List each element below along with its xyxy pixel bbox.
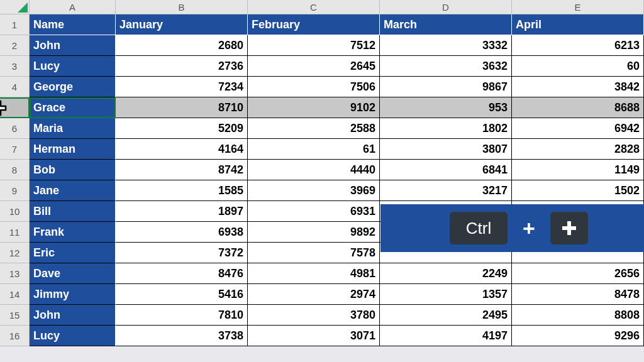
- value-cell[interactable]: 9102: [248, 97, 380, 118]
- value-cell[interactable]: 7234: [116, 77, 248, 97]
- value-cell[interactable]: 8476: [116, 263, 248, 284]
- value-cell[interactable]: 4440: [248, 160, 380, 180]
- value-cell[interactable]: 3842: [512, 77, 644, 97]
- value-cell[interactable]: 2736: [116, 56, 248, 77]
- header-january[interactable]: January: [116, 14, 248, 35]
- select-all-corner[interactable]: [0, 0, 30, 14]
- value-cell[interactable]: 2495: [380, 305, 512, 326]
- value-cell[interactable]: 4197: [380, 326, 512, 346]
- spreadsheet-grid[interactable]: A B C D E 1 Name January February March …: [0, 0, 644, 346]
- value-cell[interactable]: 2249: [380, 263, 512, 284]
- value-cell[interactable]: 6931: [248, 201, 380, 222]
- row-header[interactable]: 2: [0, 35, 30, 56]
- value-cell[interactable]: 3780: [248, 305, 380, 326]
- value-cell[interactable]: 1149: [512, 160, 644, 180]
- row-header[interactable]: 16: [0, 326, 30, 346]
- value-cell[interactable]: 61: [248, 139, 380, 160]
- name-cell[interactable]: Dave: [30, 263, 116, 284]
- value-cell[interactable]: 1502: [512, 180, 644, 201]
- value-cell[interactable]: 60: [512, 56, 644, 77]
- value-cell[interactable]: 5416: [116, 284, 248, 305]
- header-name[interactable]: Name: [30, 14, 116, 35]
- column-header-A[interactable]: A: [30, 0, 116, 14]
- name-cell[interactable]: Lucy: [30, 326, 116, 346]
- column-header-D[interactable]: D: [380, 0, 512, 14]
- row-header-1[interactable]: 1: [0, 14, 30, 35]
- row-header[interactable]: 15: [0, 305, 30, 326]
- value-cell[interactable]: 953: [380, 97, 512, 118]
- column-header-E[interactable]: E: [512, 0, 644, 14]
- row-header[interactable]: 14: [0, 284, 30, 305]
- value-cell[interactable]: 6213: [512, 35, 644, 56]
- value-cell[interactable]: 6938: [116, 222, 248, 243]
- row-header[interactable]: 13: [0, 263, 30, 284]
- value-cell[interactable]: 7506: [248, 77, 380, 97]
- value-cell[interactable]: 8688: [512, 97, 644, 118]
- name-cell[interactable]: Jane: [30, 180, 116, 201]
- value-cell[interactable]: 1897: [116, 201, 248, 222]
- name-cell[interactable]: Maria: [30, 118, 116, 139]
- value-cell[interactable]: 4164: [116, 139, 248, 160]
- value-cell[interactable]: 3217: [380, 180, 512, 201]
- name-cell[interactable]: Bill: [30, 201, 116, 222]
- value-cell[interactable]: 9867: [380, 77, 512, 97]
- value-cell[interactable]: 6841: [380, 160, 512, 180]
- value-cell[interactable]: 1585: [116, 180, 248, 201]
- svg-rect-5: [562, 226, 576, 230]
- value-cell[interactable]: 2680: [116, 35, 248, 56]
- value-cell[interactable]: 3332: [380, 35, 512, 56]
- value-cell[interactable]: 2656: [512, 263, 644, 284]
- value-cell[interactable]: 4981: [248, 263, 380, 284]
- value-cell[interactable]: 3738: [116, 326, 248, 346]
- value-cell[interactable]: 2974: [248, 284, 380, 305]
- value-cell[interactable]: 3807: [380, 139, 512, 160]
- row-header[interactable]: 7: [0, 139, 30, 160]
- row-header[interactable]: 10: [0, 201, 30, 222]
- name-cell[interactable]: Jimmy: [30, 284, 116, 305]
- row-header[interactable]: 8: [0, 160, 30, 180]
- name-cell[interactable]: George: [30, 77, 116, 97]
- value-cell[interactable]: 9892: [248, 222, 380, 243]
- value-cell[interactable]: 3071: [248, 326, 380, 346]
- value-cell[interactable]: 5209: [116, 118, 248, 139]
- row-header[interactable]: 6: [0, 118, 30, 139]
- column-header-C[interactable]: C: [248, 0, 380, 14]
- name-cell[interactable]: Grace: [30, 97, 116, 118]
- row-header[interactable]: 4: [0, 77, 30, 97]
- row-header[interactable]: 11: [0, 222, 30, 243]
- value-cell[interactable]: 1357: [380, 284, 512, 305]
- value-cell[interactable]: 8710: [116, 97, 248, 118]
- header-february[interactable]: February: [248, 14, 380, 35]
- value-cell[interactable]: 6942: [512, 118, 644, 139]
- name-cell[interactable]: John: [30, 35, 116, 56]
- value-cell[interactable]: 1802: [380, 118, 512, 139]
- value-cell[interactable]: 2828: [512, 139, 644, 160]
- row-header[interactable]: 9: [0, 180, 30, 201]
- value-cell[interactable]: 8808: [512, 305, 644, 326]
- value-cell[interactable]: 2588: [248, 118, 380, 139]
- value-cell[interactable]: 7810: [116, 305, 248, 326]
- value-cell[interactable]: 7578: [248, 243, 380, 263]
- value-cell[interactable]: 8742: [116, 160, 248, 180]
- row-header[interactable]: 3: [0, 56, 30, 77]
- data-row: 9Jane1585396932171502: [0, 180, 644, 201]
- name-cell[interactable]: Frank: [30, 222, 116, 243]
- name-cell[interactable]: Herman: [30, 139, 116, 160]
- value-cell[interactable]: 3969: [248, 180, 380, 201]
- value-cell[interactable]: 7372: [116, 243, 248, 263]
- header-april[interactable]: April: [512, 14, 644, 35]
- name-cell[interactable]: Lucy: [30, 56, 116, 77]
- name-cell[interactable]: Bob: [30, 160, 116, 180]
- column-header-B[interactable]: B: [116, 0, 248, 14]
- name-cell[interactable]: Eric: [30, 243, 116, 263]
- row-header[interactable]: [0, 97, 30, 118]
- name-cell[interactable]: John: [30, 305, 116, 326]
- data-row: 14Jimmy5416297413578478: [0, 284, 644, 305]
- value-cell[interactable]: 7512: [248, 35, 380, 56]
- header-march[interactable]: March: [380, 14, 512, 35]
- value-cell[interactable]: 2645: [248, 56, 380, 77]
- value-cell[interactable]: 3632: [380, 56, 512, 77]
- value-cell[interactable]: 9296: [512, 326, 644, 346]
- value-cell[interactable]: 8478: [512, 284, 644, 305]
- row-header[interactable]: 12: [0, 243, 30, 263]
